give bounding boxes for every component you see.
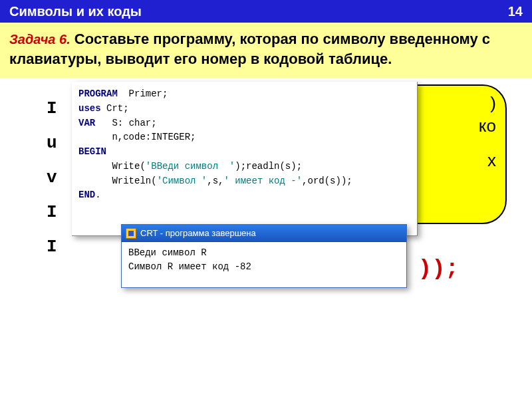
terminal-line: Символ R имеет код -82 [128,260,400,274]
task-label: Задача 6. [9,32,70,47]
task-text: Составьте программу, которая по символу … [9,31,490,67]
content-area: ) ко х I u v I I )); PROGRAM Primer; use… [0,78,532,357]
code-line: Writeln('Символ ',s,' имеет код -',ord(s… [78,174,410,189]
red-code-fragment: )); [418,256,459,281]
terminal-titlebar[interactable]: CRT - программа завершена [122,225,406,242]
task-box: Задача 6. Составьте программу, которая п… [0,23,532,78]
code-line: Write('ВВеди символ ');readln(s); [78,160,410,174]
slide-number: 14 [508,4,523,19]
slide-title: Символы и их коды [9,4,142,19]
terminal-title: CRT - программа завершена [140,228,256,238]
terminal-line: ВВеди символ R [128,246,400,260]
code-line: VAR S: char; [78,116,410,131]
code-editor-window: PROGRAM Primer; uses Crt; VAR S: char; n… [72,82,418,236]
terminal-body: ВВеди символ R Символ R имеет код -82 [122,242,406,278]
code-line: PROGRAM Primer; [78,87,410,102]
code-line: uses Crt; [78,102,410,116]
code-line: END. [78,188,410,203]
app-icon [126,228,136,239]
terminal-window: CRT - программа завершена ВВеди символ R… [121,224,407,288]
slide-header: Символы и их коды 14 [0,0,532,23]
code-line: BEGIN [78,145,410,160]
code-line: n,code:INTEGER; [78,130,410,145]
